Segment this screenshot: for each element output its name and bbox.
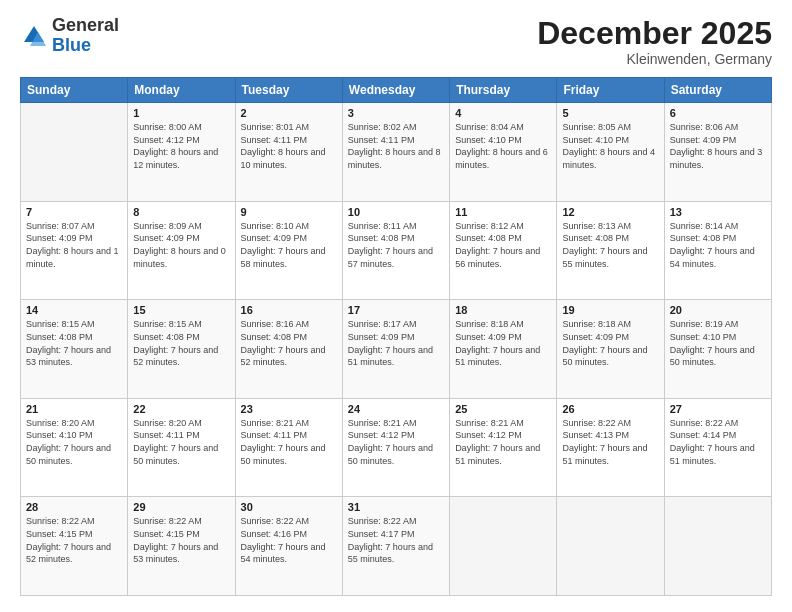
day-info: Sunrise: 8:10 AMSunset: 4:09 PMDaylight:… (241, 221, 326, 269)
calendar-body: 1Sunrise: 8:00 AMSunset: 4:12 PMDaylight… (21, 103, 772, 596)
calendar-cell: 2Sunrise: 8:01 AMSunset: 4:11 PMDaylight… (235, 103, 342, 202)
day-info: Sunrise: 8:15 AMSunset: 4:08 PMDaylight:… (26, 319, 111, 367)
weekday-header-row: SundayMondayTuesdayWednesdayThursdayFrid… (21, 78, 772, 103)
day-number: 21 (26, 403, 122, 415)
day-number: 22 (133, 403, 229, 415)
day-number: 27 (670, 403, 766, 415)
day-number: 20 (670, 304, 766, 316)
day-number: 18 (455, 304, 551, 316)
day-number: 28 (26, 501, 122, 513)
header: General Blue December 2025 Kleinwenden, … (20, 16, 772, 67)
day-number: 10 (348, 206, 444, 218)
day-number: 19 (562, 304, 658, 316)
location: Kleinwenden, Germany (537, 51, 772, 67)
calendar-cell (664, 497, 771, 596)
calendar-table: SundayMondayTuesdayWednesdayThursdayFrid… (20, 77, 772, 596)
day-info: Sunrise: 8:20 AMSunset: 4:10 PMDaylight:… (26, 418, 111, 466)
day-number: 17 (348, 304, 444, 316)
calendar-cell: 28Sunrise: 8:22 AMSunset: 4:15 PMDayligh… (21, 497, 128, 596)
calendar-week-1: 7Sunrise: 8:07 AMSunset: 4:09 PMDaylight… (21, 201, 772, 300)
calendar-cell: 8Sunrise: 8:09 AMSunset: 4:09 PMDaylight… (128, 201, 235, 300)
day-number: 1 (133, 107, 229, 119)
calendar-cell: 19Sunrise: 8:18 AMSunset: 4:09 PMDayligh… (557, 300, 664, 399)
calendar-cell: 16Sunrise: 8:16 AMSunset: 4:08 PMDayligh… (235, 300, 342, 399)
day-number: 11 (455, 206, 551, 218)
calendar-cell: 9Sunrise: 8:10 AMSunset: 4:09 PMDaylight… (235, 201, 342, 300)
day-info: Sunrise: 8:04 AMSunset: 4:10 PMDaylight:… (455, 122, 548, 170)
weekday-header-saturday: Saturday (664, 78, 771, 103)
day-number: 23 (241, 403, 337, 415)
day-number: 7 (26, 206, 122, 218)
calendar-cell: 25Sunrise: 8:21 AMSunset: 4:12 PMDayligh… (450, 398, 557, 497)
calendar-cell: 5Sunrise: 8:05 AMSunset: 4:10 PMDaylight… (557, 103, 664, 202)
day-info: Sunrise: 8:19 AMSunset: 4:10 PMDaylight:… (670, 319, 755, 367)
day-number: 3 (348, 107, 444, 119)
calendar-cell (557, 497, 664, 596)
weekday-header-friday: Friday (557, 78, 664, 103)
day-info: Sunrise: 8:16 AMSunset: 4:08 PMDaylight:… (241, 319, 326, 367)
day-number: 26 (562, 403, 658, 415)
day-info: Sunrise: 8:09 AMSunset: 4:09 PMDaylight:… (133, 221, 226, 269)
day-number: 25 (455, 403, 551, 415)
day-info: Sunrise: 8:17 AMSunset: 4:09 PMDaylight:… (348, 319, 433, 367)
weekday-header-wednesday: Wednesday (342, 78, 449, 103)
calendar-cell: 29Sunrise: 8:22 AMSunset: 4:15 PMDayligh… (128, 497, 235, 596)
weekday-header-sunday: Sunday (21, 78, 128, 103)
day-info: Sunrise: 8:12 AMSunset: 4:08 PMDaylight:… (455, 221, 540, 269)
day-info: Sunrise: 8:22 AMSunset: 4:17 PMDaylight:… (348, 516, 433, 564)
day-number: 29 (133, 501, 229, 513)
calendar-cell: 23Sunrise: 8:21 AMSunset: 4:11 PMDayligh… (235, 398, 342, 497)
weekday-header-tuesday: Tuesday (235, 78, 342, 103)
calendar-cell: 12Sunrise: 8:13 AMSunset: 4:08 PMDayligh… (557, 201, 664, 300)
day-number: 13 (670, 206, 766, 218)
day-number: 9 (241, 206, 337, 218)
day-info: Sunrise: 8:21 AMSunset: 4:11 PMDaylight:… (241, 418, 326, 466)
calendar-cell: 18Sunrise: 8:18 AMSunset: 4:09 PMDayligh… (450, 300, 557, 399)
calendar-cell: 3Sunrise: 8:02 AMSunset: 4:11 PMDaylight… (342, 103, 449, 202)
day-info: Sunrise: 8:22 AMSunset: 4:15 PMDaylight:… (26, 516, 111, 564)
calendar-cell: 31Sunrise: 8:22 AMSunset: 4:17 PMDayligh… (342, 497, 449, 596)
day-number: 12 (562, 206, 658, 218)
day-info: Sunrise: 8:15 AMSunset: 4:08 PMDaylight:… (133, 319, 218, 367)
logo-blue-text: Blue (52, 35, 91, 55)
calendar-cell: 20Sunrise: 8:19 AMSunset: 4:10 PMDayligh… (664, 300, 771, 399)
calendar-week-2: 14Sunrise: 8:15 AMSunset: 4:08 PMDayligh… (21, 300, 772, 399)
day-info: Sunrise: 8:18 AMSunset: 4:09 PMDaylight:… (455, 319, 540, 367)
day-number: 30 (241, 501, 337, 513)
calendar-cell: 1Sunrise: 8:00 AMSunset: 4:12 PMDaylight… (128, 103, 235, 202)
weekday-header-thursday: Thursday (450, 78, 557, 103)
day-info: Sunrise: 8:20 AMSunset: 4:11 PMDaylight:… (133, 418, 218, 466)
day-info: Sunrise: 8:02 AMSunset: 4:11 PMDaylight:… (348, 122, 441, 170)
day-info: Sunrise: 8:01 AMSunset: 4:11 PMDaylight:… (241, 122, 326, 170)
day-number: 14 (26, 304, 122, 316)
title-block: December 2025 Kleinwenden, Germany (537, 16, 772, 67)
day-info: Sunrise: 8:14 AMSunset: 4:08 PMDaylight:… (670, 221, 755, 269)
day-info: Sunrise: 8:05 AMSunset: 4:10 PMDaylight:… (562, 122, 655, 170)
logo-icon (20, 22, 48, 50)
day-info: Sunrise: 8:07 AMSunset: 4:09 PMDaylight:… (26, 221, 119, 269)
weekday-header-monday: Monday (128, 78, 235, 103)
day-number: 5 (562, 107, 658, 119)
day-info: Sunrise: 8:13 AMSunset: 4:08 PMDaylight:… (562, 221, 647, 269)
calendar-cell: 14Sunrise: 8:15 AMSunset: 4:08 PMDayligh… (21, 300, 128, 399)
day-info: Sunrise: 8:18 AMSunset: 4:09 PMDaylight:… (562, 319, 647, 367)
day-info: Sunrise: 8:00 AMSunset: 4:12 PMDaylight:… (133, 122, 218, 170)
day-info: Sunrise: 8:21 AMSunset: 4:12 PMDaylight:… (348, 418, 433, 466)
day-info: Sunrise: 8:22 AMSunset: 4:15 PMDaylight:… (133, 516, 218, 564)
calendar-cell: 26Sunrise: 8:22 AMSunset: 4:13 PMDayligh… (557, 398, 664, 497)
day-number: 15 (133, 304, 229, 316)
calendar-cell: 4Sunrise: 8:04 AMSunset: 4:10 PMDaylight… (450, 103, 557, 202)
day-number: 4 (455, 107, 551, 119)
calendar-cell: 7Sunrise: 8:07 AMSunset: 4:09 PMDaylight… (21, 201, 128, 300)
day-number: 16 (241, 304, 337, 316)
day-info: Sunrise: 8:06 AMSunset: 4:09 PMDaylight:… (670, 122, 763, 170)
day-number: 6 (670, 107, 766, 119)
logo: General Blue (20, 16, 119, 56)
calendar-cell: 21Sunrise: 8:20 AMSunset: 4:10 PMDayligh… (21, 398, 128, 497)
calendar-week-4: 28Sunrise: 8:22 AMSunset: 4:15 PMDayligh… (21, 497, 772, 596)
calendar-cell: 13Sunrise: 8:14 AMSunset: 4:08 PMDayligh… (664, 201, 771, 300)
calendar-header: SundayMondayTuesdayWednesdayThursdayFrid… (21, 78, 772, 103)
calendar-cell: 11Sunrise: 8:12 AMSunset: 4:08 PMDayligh… (450, 201, 557, 300)
day-info: Sunrise: 8:22 AMSunset: 4:13 PMDaylight:… (562, 418, 647, 466)
calendar-cell: 27Sunrise: 8:22 AMSunset: 4:14 PMDayligh… (664, 398, 771, 497)
